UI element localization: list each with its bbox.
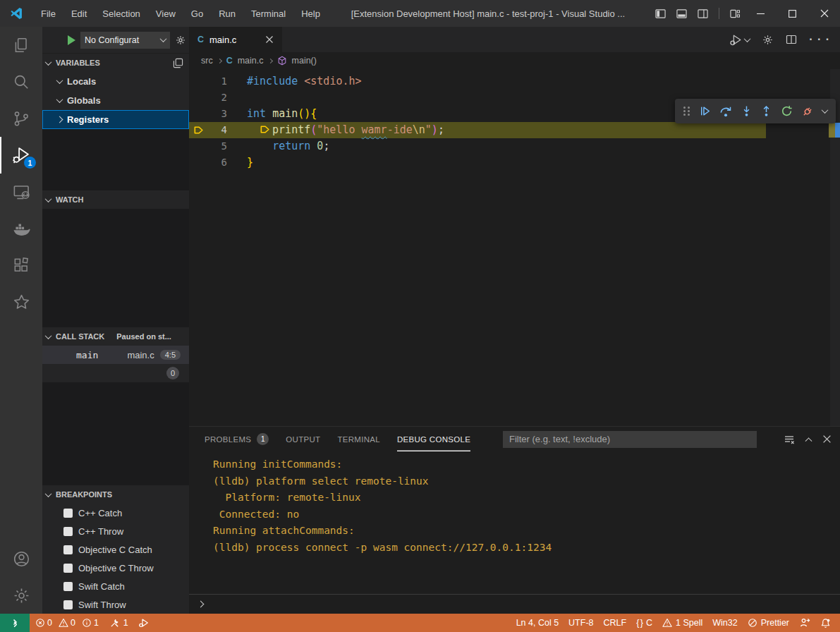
breakpoint-gutter[interactable] [189,73,207,90]
run-or-debug-button[interactable] [729,33,750,47]
toggle-panel-icon[interactable] [676,8,687,19]
console-filter-input[interactable] [503,431,757,448]
chevron-down-icon[interactable] [822,107,829,114]
current-stackframe-icon[interactable] [189,122,207,138]
collapse-all-icon[interactable] [173,58,183,68]
close-tab-icon[interactable] [265,35,274,44]
checkbox-icon[interactable] [63,600,73,609]
breakpoint-item[interactable]: C++ Throw [42,522,189,540]
code-line-5[interactable]: 5 return 0; [189,138,840,154]
disconnect-button[interactable] [801,105,814,118]
customize-layout-icon[interactable] [730,8,741,19]
checkbox-icon[interactable] [63,564,73,573]
variables-section-header[interactable]: VARIABLES [42,54,189,72]
menu-view[interactable]: View [148,0,183,27]
sidebar-item-run-and-debug[interactable]: 1 [0,137,42,174]
sidebar-item-source-control[interactable] [0,100,42,137]
code-line-1[interactable]: 1#include <stdio.h> [189,73,840,90]
code-line-4[interactable]: 4 printf("hello wamr-ide\n"); [189,122,766,138]
menu-run[interactable]: Run [211,0,243,27]
more-actions-icon[interactable] [809,33,830,46]
menu-help[interactable]: Help [293,0,328,27]
inline-breakpoint-icon[interactable] [260,124,272,135]
menu-file[interactable]: File [33,0,63,27]
step-into-button[interactable] [741,105,753,117]
menu-go[interactable]: Go [183,0,211,27]
debug-settings-gear-icon[interactable] [175,35,186,46]
breakpoint-item[interactable]: C++ Catch [42,504,189,522]
tab-terminal[interactable]: TERMINAL [337,427,380,451]
breakpoint-gutter[interactable] [189,154,207,171]
encoding[interactable]: UTF-8 [564,618,598,628]
variables-scope-globals[interactable]: Globals [42,91,189,110]
split-editor-icon[interactable] [786,34,797,45]
notifications-bell-icon[interactable] [815,618,836,628]
maximize-button[interactable] [777,0,808,27]
spell-status[interactable]: 1 Spell [657,618,707,628]
code-editor[interactable]: 1#include <stdio.h>23int main(){4 printf… [189,69,840,426]
close-panel-icon[interactable] [822,435,832,444]
eol-indicator[interactable]: CRLF [599,618,632,628]
menu-edit[interactable]: Edit [63,0,95,27]
debug-console-input[interactable] [189,594,840,614]
remote-indicator[interactable] [0,614,30,632]
tab-problems[interactable]: PROBLEMS1 [205,427,269,451]
platform-status[interactable]: Win32 [707,618,742,628]
step-out-button[interactable] [760,105,772,117]
cursor-position[interactable]: Ln 4, Col 5 [511,618,564,628]
breakpoint-item[interactable]: Objective C Throw [42,559,189,577]
breakpoint-gutter[interactable] [189,138,207,154]
launch-configuration-dropdown[interactable]: No Configurat [80,32,170,49]
variables-scope-locals[interactable]: Locals [42,72,189,91]
breakpoints-section-header[interactable]: BREAKPOINTS [42,485,189,504]
checkbox-icon[interactable] [63,545,73,554]
toggle-secondary-sidebar-icon[interactable] [698,8,708,19]
step-over-button[interactable] [719,105,732,118]
watch-section-header[interactable]: WATCH [42,190,189,209]
restart-button[interactable] [781,105,793,117]
continue-button[interactable] [699,105,711,117]
variables-scope-registers[interactable]: Registers [42,110,189,129]
breakpoint-item[interactable]: Swift Throw [42,595,189,614]
editor-settings-gear-icon[interactable] [762,34,774,46]
menu-terminal[interactable]: Terminal [243,0,293,27]
tools-status[interactable]: 1 [104,614,133,632]
callstack-frame-row[interactable]: main main.c 4:5 [42,346,189,364]
tab-output[interactable]: OUTPUT [286,427,320,451]
toolbar-drag-grip[interactable] [683,107,690,116]
breadcrumb-symbol[interactable]: main() [292,56,317,66]
callstack-section-header[interactable]: CALL STACK Paused on st... [42,327,189,346]
sidebar-item-extensions[interactable] [0,247,42,284]
start-debugging-icon[interactable] [68,35,75,45]
checkbox-icon[interactable] [63,509,73,518]
tab-main-c[interactable]: main.c [189,27,282,52]
breakpoint-gutter[interactable] [189,106,207,122]
maximize-panel-icon[interactable] [805,437,812,444]
feedback-icon[interactable] [794,617,815,628]
breakpoint-item[interactable]: Swift Catch [42,577,189,595]
checkbox-icon[interactable] [63,582,73,591]
code-line-6[interactable]: 6} [189,154,840,171]
formatter-status[interactable]: Prettier [743,618,794,628]
checkbox-icon[interactable] [63,527,73,536]
minimize-button[interactable] [745,0,777,27]
breakpoint-item[interactable]: Objective C Catch [42,540,189,559]
breadcrumb-folder[interactable]: src [201,56,213,66]
problems-status[interactable]: 0 0 1 [30,618,104,628]
debug-status-icon[interactable] [133,614,154,632]
breakpoint-gutter[interactable] [189,90,207,106]
sidebar-item-accounts[interactable] [0,540,42,577]
sidebar-item-settings[interactable] [0,577,42,614]
clear-console-icon[interactable] [784,434,795,445]
sidebar-item-search[interactable] [0,63,42,100]
close-window-button[interactable] [808,0,840,27]
sidebar-item-star[interactable] [0,284,42,320]
breadcrumb-file[interactable]: main.c [238,56,264,66]
menu-selection[interactable]: Selection [95,0,147,27]
tab-debug-console[interactable]: DEBUG CONSOLE [397,427,470,451]
sidebar-item-explorer[interactable] [0,27,42,63]
language-mode[interactable]: C [631,618,657,628]
toggle-sidebar-icon[interactable] [655,8,666,19]
sidebar-item-docker[interactable] [0,210,42,247]
sidebar-item-remote-explorer[interactable] [0,174,42,210]
